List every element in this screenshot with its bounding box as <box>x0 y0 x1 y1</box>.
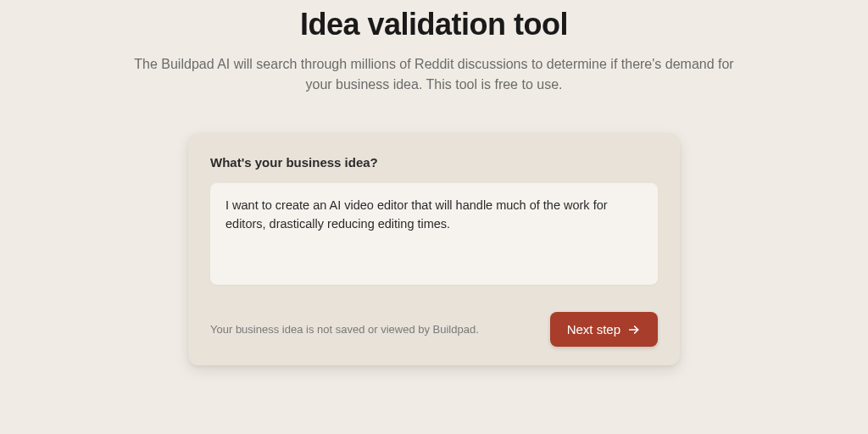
next-step-button[interactable]: Next step <box>550 312 658 347</box>
idea-label: What's your business idea? <box>210 155 658 170</box>
card-footer: Your business idea is not saved or viewe… <box>210 312 658 347</box>
page-title: Idea validation tool <box>300 7 568 42</box>
arrow-right-icon <box>627 323 641 337</box>
disclaimer-text: Your business idea is not saved or viewe… <box>210 323 479 336</box>
page-subtitle: The Buildpad AI will search through mill… <box>129 54 739 95</box>
idea-card: What's your business idea? Your business… <box>188 133 680 365</box>
idea-textarea[interactable] <box>210 183 658 285</box>
next-button-label: Next step <box>567 322 620 337</box>
